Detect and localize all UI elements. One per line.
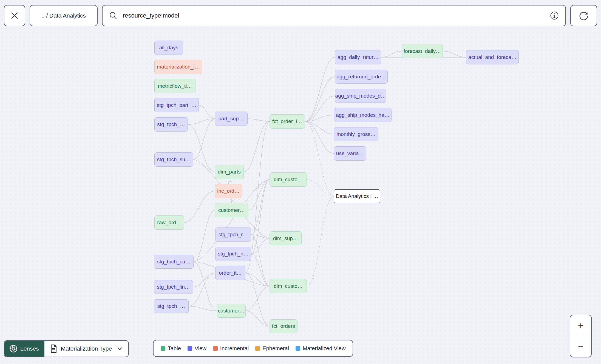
legend-item: View [188,345,206,352]
graph-node-dim_custo_a[interactable]: dim_custo… [270,172,307,187]
graph-node-materialization_i[interactable]: materialization_i… [154,60,202,74]
graph-node-actual_and_foreca[interactable]: actual_and_foreca… [466,50,519,64]
zoom-controls: + − [570,315,592,357]
graph-node-forecast_daily[interactable]: forecast_daily… [402,44,443,58]
legend-swatch-icon [213,346,218,351]
graph-node-customer_a[interactable]: customer… [215,203,248,217]
legend-swatch-icon [161,346,165,351]
lens-aperture-icon [9,345,18,353]
graph-node-customer_b[interactable]: customer… [217,304,246,318]
legend-swatch-icon [188,346,192,351]
graph-node-part_sup[interactable]: part_sup… [215,112,248,126]
lenses-label: Lenses [20,345,39,352]
legend-label: Ephemeral [262,345,289,352]
graph-node-dim_parts[interactable]: dim_parts [215,165,244,179]
lenses-button[interactable]: Lenses [4,341,44,357]
legend-label: Incremental [220,345,249,352]
lens-dropdown[interactable]: Materialization Type [44,341,128,357]
zoom-in-button[interactable]: + [570,315,591,336]
graph-node-inc_ord[interactable]: inc_ord… [215,184,242,198]
graph-node-stg_tpch_b[interactable]: stg_tpch_… [154,299,189,313]
materialization-legend: TableViewIncrementalEphemeralMaterialize… [153,340,353,357]
graph-node-stg_tpch_r[interactable]: stg_tpch_r… [215,228,251,242]
graph-node-raw_ord[interactable]: raw_ord… [154,215,184,230]
legend-label: Table [168,345,181,352]
legend-swatch-icon [255,346,260,351]
graph-node-all_days[interactable]: all_days [154,41,183,55]
graph-node-fct_orders[interactable]: fct_orders [270,319,297,333]
lens-selected-label: Materialization Type [61,345,112,352]
chevron-down-icon [117,346,123,352]
graph-node-stg_tpch_lin[interactable]: stg_tpch_lin… [154,280,193,294]
graph-node-monthly_gross[interactable]: monthly_gross… [334,127,378,141]
graph-node-stg_tpch_su[interactable]: stg_tpch_su… [154,152,193,167]
graph-node-agg_daily_retur[interactable]: agg_daily_retur… [335,50,381,64]
graph-node-agg_returned_orde[interactable]: agg_returned_orde… [335,70,388,84]
legend-item: Materialized View [296,345,345,352]
graph-node-dim_custo_b[interactable]: dim_custo… [270,279,307,293]
legend-item: Ephemeral [255,345,289,352]
zoom-out-button[interactable]: − [570,336,591,357]
legend-label: View [195,345,206,352]
legend-item: Table [161,345,181,352]
legend-item: Incremental [213,345,249,352]
graph-node-stg_tpch_a[interactable]: stg_tpch_… [154,117,188,132]
graph-node-metricflow_ti[interactable]: metricflow_ti… [154,79,195,93]
document-icon [50,344,58,353]
graph-node-agg_ship_modes_ha[interactable]: agg_ship_modes_ha… [334,108,392,122]
graph-node-stg_tpch_n[interactable]: stg_tpch_n… [215,247,251,261]
graph-node-agg_ship_modes_d[interactable]: agg_ship_modes_d… [335,89,386,103]
lenses-control: Lenses Materialization Type [4,340,129,357]
graph-node-stg_tpch_part[interactable]: stg_tpch_part_… [154,98,199,112]
graph-node-stg_tpch_cu[interactable]: stg_tpch_cu… [154,255,194,269]
graph-node-use_varia[interactable]: use_varia… [334,146,366,161]
legend-label: Materialized View [303,345,345,352]
graph-node-dim_sup[interactable]: dim_sup… [270,231,302,245]
legend-swatch-icon [296,346,300,351]
graph-node-fct_order_i[interactable]: fct_order_i… [270,114,305,129]
graph-node-data_analytics[interactable]: Data Analytics | … [334,189,380,203]
graph-node-order_it[interactable]: order_it… [215,266,245,280]
node-layer: all_daysmaterialization_i…metricflow_ti…… [0,0,601,364]
